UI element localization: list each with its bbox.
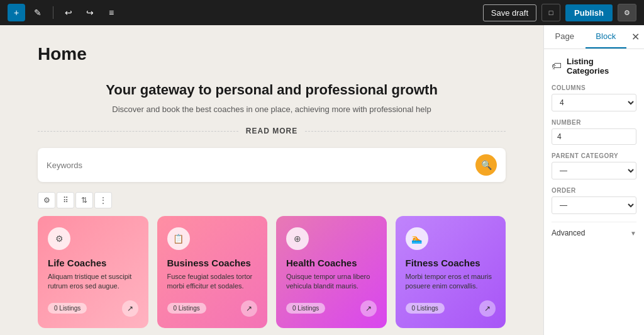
card-business-coaches-icon: 📋 xyxy=(167,227,190,250)
divider-line-right xyxy=(305,131,506,132)
pen-button[interactable]: ✎ xyxy=(29,4,47,21)
card-life-coaches-arrow[interactable]: ↗ xyxy=(122,300,138,317)
card-business-coaches-title: Business Coaches xyxy=(167,258,258,268)
parent-category-label: PARENT CATEGORY xyxy=(552,152,636,159)
card-health-coaches: ⊕ Health Coaches Quisque tempor urna lib… xyxy=(276,216,387,328)
right-panel: Page Block ✕ 🏷 Listing Categories COLUMN… xyxy=(543,25,644,335)
card-fitness-coaches-title: Fitness Coaches xyxy=(406,258,496,268)
publish-button[interactable]: Publish xyxy=(565,4,613,21)
parent-category-select[interactable]: — xyxy=(552,162,636,179)
settings-toggle-button[interactable]: ⚙ xyxy=(618,4,636,21)
panel-block-header: 🏷 Listing Categories xyxy=(552,57,636,76)
card-health-coaches-arrow[interactable]: ↗ xyxy=(360,300,377,317)
card-health-coaches-footer: 0 Listings ↗ xyxy=(286,300,377,317)
panel-content: 🏷 Listing Categories COLUMNS 4 1 2 3 NUM… xyxy=(544,49,644,335)
advanced-toggle[interactable]: Advanced ▼ xyxy=(552,222,636,237)
toolbar-separator xyxy=(53,6,53,19)
card-business-coaches-listings: 0 Listings xyxy=(167,303,206,314)
card-business-coaches-desc: Fusce feugiat sodales tortor morbi effic… xyxy=(167,272,258,292)
card-health-coaches-title: Health Coaches xyxy=(286,258,377,268)
page-title: Home xyxy=(38,44,506,64)
read-more-button[interactable]: READ MORE xyxy=(246,127,297,135)
add-block-button[interactable]: + xyxy=(8,4,25,21)
listing-categories-title: Listing Categories xyxy=(567,57,636,76)
chevron-down-icon: ▼ xyxy=(630,230,636,237)
panel-tabs: Page Block ✕ xyxy=(544,25,644,49)
columns-select[interactable]: 4 1 2 3 xyxy=(552,94,636,111)
save-draft-button[interactable]: Save draft xyxy=(483,4,536,21)
card-fitness-coaches-icon: 🏊 xyxy=(406,227,428,250)
card-life-coaches-icon: ⚙ xyxy=(48,227,70,250)
toolbar: + ✎ ↩ ↪ ≡ Save draft □ Publish ⚙ xyxy=(0,0,644,25)
block-drag-button[interactable]: ⠿ xyxy=(57,192,74,208)
divider-line-left xyxy=(38,131,238,132)
card-business-coaches: 📋 Business Coaches Fusce feugiat sodales… xyxy=(157,216,268,328)
order-select[interactable]: — xyxy=(552,196,636,214)
main-layout: Home Your gateway to personal and profes… xyxy=(0,25,644,335)
number-input[interactable] xyxy=(552,128,636,145)
hero-section: Your gateway to personal and professiona… xyxy=(38,82,506,114)
editor-area: Home Your gateway to personal and profes… xyxy=(0,25,543,335)
card-life-coaches: ⚙ Life Coaches Aliquam tristique et susc… xyxy=(38,216,148,328)
block-toolbar: ⚙ ⠿ ⇅ ⋮ xyxy=(38,192,506,208)
list-view-button[interactable]: ≡ xyxy=(103,4,120,21)
number-label: NUMBER xyxy=(552,119,636,126)
card-fitness-coaches: 🏊 Fitness Coaches Morbi tempor eros et m… xyxy=(396,216,506,328)
hero-headline: Your gateway to personal and professiona… xyxy=(38,82,506,98)
card-fitness-coaches-desc: Morbi tempor eros et mauris posuere enim… xyxy=(406,272,496,292)
cards-grid: ⚙ Life Coaches Aliquam tristique et susc… xyxy=(38,216,506,328)
block-arrows-button[interactable]: ⇅ xyxy=(75,192,93,208)
block-settings-button[interactable]: ⚙ xyxy=(38,192,55,208)
card-life-coaches-desc: Aliquam tristique et suscipit rutrum ero… xyxy=(48,272,138,292)
columns-label: COLUMNS xyxy=(552,84,636,91)
panel-close-button[interactable]: ✕ xyxy=(626,25,644,48)
card-health-coaches-desc: Quisque tempor urna libero vehicula blan… xyxy=(286,272,377,292)
card-fitness-coaches-arrow[interactable]: ↗ xyxy=(479,300,496,317)
card-life-coaches-footer: 0 Listings ↗ xyxy=(48,300,138,317)
toolbar-right: Save draft □ Publish ⚙ xyxy=(483,4,636,21)
preview-button[interactable]: □ xyxy=(541,4,560,21)
card-fitness-coaches-listings: 0 Listings xyxy=(406,303,445,314)
search-submit-button[interactable]: 🔍 xyxy=(475,154,497,176)
card-business-coaches-footer: 0 Listings ↗ xyxy=(167,300,258,317)
toolbar-left: + ✎ ↩ ↪ ≡ xyxy=(8,4,120,21)
card-health-coaches-listings: 0 Listings xyxy=(286,303,325,314)
card-fitness-coaches-footer: 0 Listings ↗ xyxy=(406,300,496,317)
redo-button[interactable]: ↪ xyxy=(81,4,99,21)
search-input[interactable] xyxy=(47,161,475,170)
tab-block[interactable]: Block xyxy=(586,25,627,48)
block-more-button[interactable]: ⋮ xyxy=(94,192,112,208)
search-bar-wrapper: 🔍 xyxy=(38,148,506,182)
card-life-coaches-listings: 0 Listings xyxy=(48,303,87,314)
undo-button[interactable]: ↩ xyxy=(60,4,77,21)
card-health-coaches-icon: ⊕ xyxy=(286,227,309,250)
tab-page[interactable]: Page xyxy=(544,25,586,48)
advanced-label: Advanced xyxy=(552,229,585,237)
hero-subtext: Discover and book the best coaches in on… xyxy=(38,105,506,114)
card-life-coaches-title: Life Coaches xyxy=(48,258,138,268)
read-more-divider: READ MORE xyxy=(38,127,506,135)
card-business-coaches-arrow[interactable]: ↗ xyxy=(241,300,257,317)
listing-categories-icon: 🏷 xyxy=(552,60,562,72)
order-label: ORDER xyxy=(552,187,636,194)
